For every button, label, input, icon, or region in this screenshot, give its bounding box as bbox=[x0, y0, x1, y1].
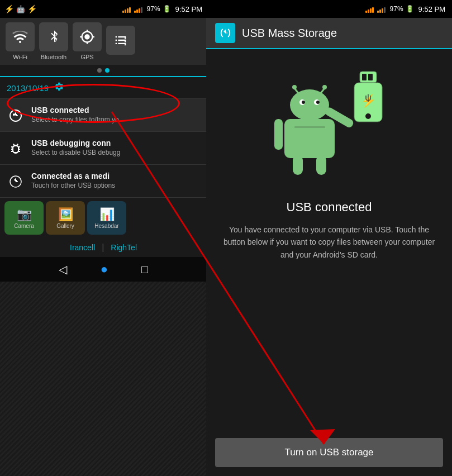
gps-toggle[interactable]: GPS bbox=[73, 22, 102, 60]
usb-drive-group: ⚡ ψ bbox=[354, 72, 382, 122]
wifi-toggle[interactable]: Wi-Fi bbox=[6, 22, 35, 60]
signal-bars-right-1 bbox=[365, 5, 374, 13]
notif-debug-content: USB debugging conn Select to disable USB… bbox=[31, 139, 120, 156]
usb-notif-icon bbox=[7, 107, 25, 125]
usb-header: USB Mass Storage bbox=[206, 18, 452, 49]
notification-list: USB connected Select to copy files to/fr… bbox=[0, 99, 207, 198]
notif-usb-title: USB connected bbox=[31, 106, 119, 115]
settings-icon[interactable] bbox=[54, 82, 64, 94]
carrier-divider: | bbox=[102, 242, 104, 253]
app-icons-row: 📷 Camera 🖼️ Gallery 📊 Hesabdar bbox=[0, 198, 207, 238]
svg-rect-21 bbox=[316, 155, 326, 175]
bluetooth-icon bbox=[47, 29, 60, 45]
svg-rect-2 bbox=[362, 74, 367, 80]
signal-bars-right-2 bbox=[377, 5, 386, 13]
dots-indicator bbox=[0, 65, 207, 77]
bluetooth-label: Bluetooth bbox=[41, 54, 66, 60]
bluetooth-toggle[interactable]: Bluetooth bbox=[39, 22, 68, 60]
share-toggle[interactable] bbox=[106, 26, 135, 57]
status-bar-right: 97% 🔋 9:52 PM bbox=[206, 0, 452, 18]
gallery-app[interactable]: 🖼️ Gallery bbox=[46, 201, 85, 235]
usb-header-icon-box bbox=[215, 23, 235, 43]
camera-app[interactable]: 📷 Camera bbox=[4, 201, 44, 235]
date-bar: 2013/10/19 bbox=[0, 77, 207, 99]
bottom-left: 📷 Camera 🖼️ Gallery 📊 Hesabdar Irancell … bbox=[0, 198, 207, 282]
status-bar-left: ⚡ 🤖 ⚡ 97% 🔋 9:52 PM bbox=[0, 0, 207, 18]
signal-bars-2 bbox=[134, 5, 142, 13]
usb-connected-title: USB connected bbox=[287, 200, 372, 215]
button-area: Turn on USB storage bbox=[206, 429, 452, 476]
bt-icon-box bbox=[39, 22, 68, 51]
svg-rect-22 bbox=[294, 126, 325, 128]
hesabdar-app[interactable]: 📊 Hesabdar bbox=[87, 201, 126, 235]
camera-label: Camera bbox=[14, 223, 34, 229]
svg-rect-3 bbox=[368, 74, 373, 80]
svg-point-16 bbox=[316, 101, 320, 104]
gps-icon-box bbox=[73, 22, 102, 51]
battery-icon-left: 🔋 bbox=[163, 5, 171, 13]
left-panel: ⚡ 🤖 ⚡ 97% 🔋 9:52 PM bbox=[0, 0, 207, 476]
battery-icon-right: 🔋 bbox=[406, 5, 414, 13]
android-usb-svg: ⚡ ψ bbox=[268, 66, 391, 189]
carrier-2: RighTel bbox=[111, 243, 137, 252]
wifi-icon bbox=[12, 31, 28, 43]
notif-usb-connected[interactable]: USB connected Select to copy files to/fr… bbox=[0, 99, 207, 132]
android-illustration: ⚡ ψ bbox=[268, 66, 391, 189]
share-icon bbox=[113, 32, 129, 48]
recents-button[interactable]: □ bbox=[141, 263, 148, 276]
home-button[interactable]: ● bbox=[101, 262, 108, 277]
nav-bar: ◁ ● □ bbox=[0, 257, 207, 282]
android-icon: 🤖 bbox=[16, 5, 25, 13]
usb-settings-icon bbox=[219, 27, 231, 39]
svg-point-15 bbox=[302, 101, 305, 104]
signal-bars-1 bbox=[122, 5, 131, 13]
android-body-group bbox=[274, 85, 355, 175]
camera-icon: 📷 bbox=[17, 207, 32, 222]
share-icon-box bbox=[106, 26, 135, 55]
time-right: 9:52 PM bbox=[418, 5, 445, 13]
svg-rect-17 bbox=[284, 119, 335, 158]
usb-icon-2: ⚡ bbox=[27, 4, 37, 13]
notif-media[interactable]: Connected as a medi Touch for other USB … bbox=[0, 165, 207, 198]
back-button[interactable]: ◁ bbox=[59, 263, 67, 276]
gallery-icon: 🖼️ bbox=[58, 207, 73, 222]
notif-usb-content: USB connected Select to copy files to/fr… bbox=[31, 106, 119, 123]
battery-percent-right: 97% bbox=[390, 5, 403, 13]
svg-text:ψ: ψ bbox=[365, 93, 371, 102]
usb-icon-1: ⚡ bbox=[4, 4, 14, 13]
gps-label: GPS bbox=[80, 54, 93, 60]
date-text: 2013/10/19 bbox=[7, 83, 49, 93]
debug-notif-icon bbox=[7, 140, 25, 158]
gps-icon bbox=[79, 29, 95, 45]
notif-media-title: Connected as a medi bbox=[31, 172, 115, 180]
media-notif-icon bbox=[7, 173, 25, 191]
wifi-icon-box bbox=[6, 22, 35, 51]
usb-header-title: USB Mass Storage bbox=[242, 27, 337, 40]
svg-point-6 bbox=[365, 113, 371, 119]
quick-toggles: Wi-Fi Bluetooth GPS bbox=[0, 18, 207, 65]
wifi-label: Wi-Fi bbox=[13, 54, 27, 60]
notif-media-subtitle: Touch for other USB options bbox=[31, 182, 115, 189]
hesabdar-label: Hesabdar bbox=[94, 223, 118, 229]
turn-on-usb-button[interactable]: Turn on USB storage bbox=[215, 438, 443, 467]
hesabdar-icon: 📊 bbox=[99, 207, 115, 222]
dot-1 bbox=[97, 68, 102, 73]
gallery-label: Gallery bbox=[56, 223, 74, 229]
notif-debug-title: USB debugging conn bbox=[31, 139, 120, 147]
notif-usb-debug[interactable]: USB debugging conn Select to disable USB… bbox=[0, 132, 207, 165]
status-right-icons: 97% 🔋 9:52 PM bbox=[365, 5, 445, 13]
carrier-1: Irancell bbox=[70, 243, 95, 252]
usb-content: ⚡ ψ bbox=[206, 49, 452, 429]
right-panel: 97% 🔋 9:52 PM USB Mass Storage bbox=[206, 0, 452, 476]
battery-percent-left: 97% bbox=[147, 5, 160, 13]
status-icons-left: ⚡ 🤖 ⚡ bbox=[4, 4, 37, 13]
svg-rect-18 bbox=[274, 119, 283, 150]
usb-description: You have connected to your computer via … bbox=[223, 223, 435, 261]
svg-rect-20 bbox=[293, 155, 303, 175]
time-left: 9:52 PM bbox=[175, 5, 202, 13]
notif-debug-subtitle: Select to disable USB debugg bbox=[31, 149, 120, 156]
svg-point-11 bbox=[322, 85, 327, 89]
notif-usb-subtitle: Select to copy files to/from yo bbox=[31, 116, 119, 123]
notif-media-content: Connected as a medi Touch for other USB … bbox=[31, 172, 115, 189]
svg-point-9 bbox=[292, 85, 297, 89]
